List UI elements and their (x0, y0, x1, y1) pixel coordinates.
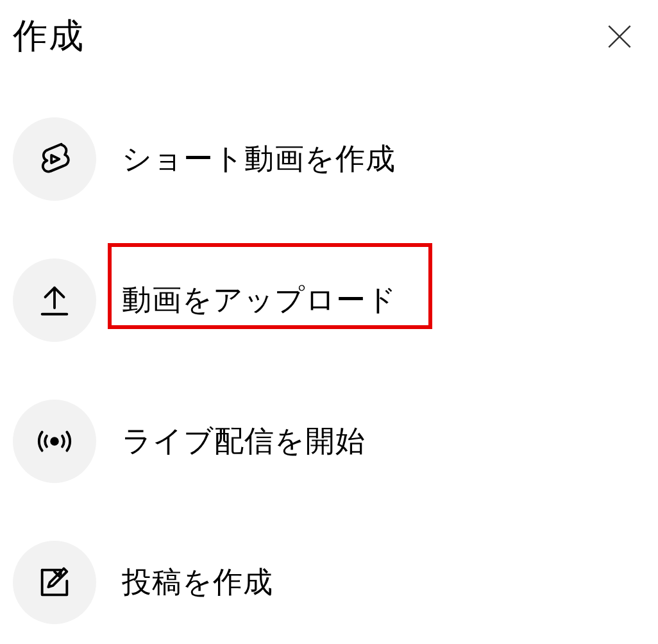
menu-label-post: 投稿を作成 (122, 563, 273, 602)
post-icon (36, 564, 73, 601)
shorts-icon-container (13, 117, 96, 201)
menu-item-shorts[interactable]: ショート動画を作成 (0, 117, 658, 201)
live-icon (36, 423, 73, 460)
live-icon-container (13, 400, 96, 483)
upload-icon (36, 282, 73, 319)
post-icon-container (13, 541, 96, 624)
menu-item-live[interactable]: ライブ配信を開始 (0, 400, 658, 483)
header: 作成 (0, 0, 658, 66)
menu-item-post[interactable]: 投稿を作成 (0, 541, 658, 624)
svg-point-4 (51, 438, 58, 445)
close-button[interactable] (600, 17, 639, 56)
page-title: 作成 (13, 13, 85, 60)
close-icon (603, 21, 636, 53)
upload-icon-container (13, 258, 96, 342)
menu-label-shorts: ショート動画を作成 (122, 139, 396, 179)
menu-label-upload: 動画をアップロード (122, 280, 397, 320)
create-menu-list: ショート動画を作成 動画をアップロード ライブ配信を開始 (0, 66, 658, 624)
menu-label-live: ライブ配信を開始 (122, 421, 366, 461)
shorts-icon (36, 140, 73, 178)
menu-item-upload[interactable]: 動画をアップロード (0, 258, 658, 342)
